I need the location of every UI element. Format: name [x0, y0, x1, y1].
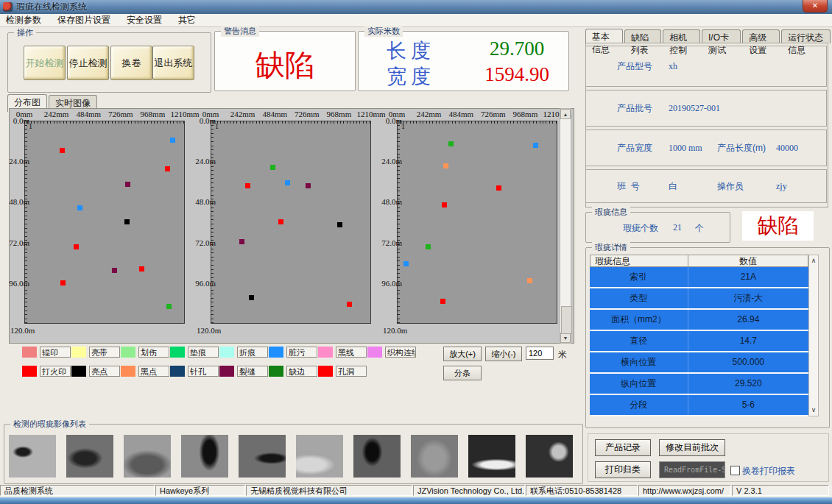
defect-point[interactable]	[124, 219, 130, 224]
defect-point[interactable]	[448, 141, 454, 146]
y-axis-ticks	[211, 121, 214, 324]
zoom-out-button[interactable]: 缩小(-)	[485, 347, 522, 361]
defect-point[interactable]	[527, 278, 532, 283]
table-row[interactable]: 索引21A	[590, 267, 808, 288]
tab-相机控制[interactable]: 相机控制	[663, 29, 700, 43]
legend-label-辊印: 辊印	[40, 347, 71, 358]
defect-thumbnail-6[interactable]	[296, 435, 343, 478]
table-row[interactable]: 类型污渍-大	[590, 288, 808, 310]
defect-point[interactable]	[533, 143, 538, 148]
defect-point[interactable]	[165, 166, 170, 171]
legend-swatch-划伤	[121, 347, 135, 358]
defect-point[interactable]	[285, 180, 290, 185]
tab-高级设置[interactable]: 高级设置	[742, 29, 780, 43]
meter-value-0: 29.700	[473, 38, 561, 60]
defect-point[interactable]	[403, 261, 409, 266]
read-from-file-button[interactable]: ReadFromFile-SIM	[659, 461, 725, 478]
defect-thumbnail-7[interactable]	[353, 435, 401, 478]
defect-thumbnail-8[interactable]	[411, 435, 458, 478]
table-row[interactable]: 横向位置500.000	[590, 352, 808, 374]
defect-point[interactable]	[60, 148, 65, 153]
meters-input[interactable]	[526, 347, 554, 360]
defect-point[interactable]	[112, 268, 117, 273]
defect-thumbnail-2[interactable]	[66, 435, 113, 478]
defect-point[interactable]	[239, 239, 244, 244]
defect-point[interactable]	[166, 304, 172, 309]
meter-value-1: 1594.90	[473, 63, 561, 86]
status-segment-2: 无锡精质视觉科技有限公司	[246, 485, 412, 496]
table-row[interactable]: 分段5-6	[590, 395, 808, 416]
warning-text: 缺陷	[215, 45, 355, 85]
defect-point[interactable]	[306, 183, 311, 188]
info-box-0: 产品型号xh	[585, 46, 827, 87]
menu-item-0[interactable]: 检测参数	[6, 14, 41, 26]
menu-item-2[interactable]: 安全设置	[127, 14, 162, 26]
defect-point[interactable]	[139, 266, 144, 271]
defect-point[interactable]	[347, 302, 352, 307]
defect-thumbnail-4[interactable]	[181, 435, 228, 478]
y-axis-label: 0.0m	[183, 116, 216, 125]
defect-point[interactable]	[125, 182, 130, 187]
defect-point[interactable]	[440, 299, 445, 304]
menu-bar: 检测参数保存图片设置安全设置其它	[0, 14, 832, 27]
legend-label-针孔: 针孔	[188, 366, 219, 377]
op-button-0[interactable]: 开始检测	[24, 46, 66, 80]
legend-swatch-缺边	[269, 366, 283, 377]
table-scrollbar[interactable]: ∧ ∨	[808, 255, 819, 416]
defect-point[interactable]	[443, 163, 448, 168]
defect-point[interactable]	[270, 165, 275, 170]
legend-swatch-垫痕	[170, 347, 185, 358]
defect-point[interactable]	[77, 205, 82, 210]
op-button-3[interactable]: 退出系统	[152, 46, 194, 80]
menu-item-1[interactable]: 保存图片设置	[57, 14, 110, 26]
table-scroll-down-icon[interactable]: ∨	[809, 405, 818, 415]
y-axis-label: 120.0m	[383, 326, 407, 335]
defect-point[interactable]	[278, 219, 283, 224]
tab-基本信息[interactable]: 基本信息	[585, 29, 623, 43]
y-axis-label: 72.0m	[0, 238, 29, 247]
defect-point[interactable]	[245, 183, 250, 188]
print-report-checkbox[interactable]	[730, 466, 740, 475]
defect-point[interactable]	[249, 295, 254, 300]
table-row[interactable]: 纵向位置29.520	[590, 374, 808, 395]
x-axis-label: 726mm	[295, 110, 320, 118]
defect-thumbnail-9[interactable]	[468, 435, 515, 478]
product-record-button[interactable]: 产品记录	[595, 439, 651, 456]
legend-label-黑点: 黑点	[138, 366, 169, 377]
plot-scrollbar[interactable]: ▲▼	[560, 108, 571, 344]
print-class-button[interactable]: 打印归类	[595, 461, 651, 478]
scroll-down-icon[interactable]: ▼	[560, 333, 571, 343]
defect-point[interactable]	[60, 280, 66, 285]
defect-thumbnail-3[interactable]	[124, 435, 171, 478]
plot-panel-3	[397, 121, 557, 324]
defect-point[interactable]	[170, 138, 175, 143]
split-button[interactable]: 分条	[443, 366, 482, 380]
defect-thumbnail-1[interactable]	[9, 435, 56, 478]
op-button-1[interactable]: 停止检测	[67, 46, 109, 80]
close-icon[interactable]: ✕	[803, 0, 828, 13]
scroll-up-icon[interactable]: ▲	[560, 109, 571, 119]
field-value-班 号: 白	[669, 180, 677, 193]
table-row[interactable]: 直径14.7	[590, 331, 808, 352]
modify-batch-button[interactable]: 修改目前批次	[659, 439, 725, 456]
defect-point[interactable]	[442, 202, 447, 207]
defect-point[interactable]	[496, 185, 501, 191]
defect-thumbnail-5[interactable]	[239, 435, 286, 478]
y-axis-label: 96.0m	[0, 279, 29, 288]
status-segment-6: V 2.3.1	[732, 485, 829, 496]
defect-point[interactable]	[426, 244, 431, 249]
menu-item-3[interactable]: 其它	[178, 14, 196, 26]
scrollbar-thumb[interactable]	[561, 306, 572, 334]
defect-point[interactable]	[74, 244, 79, 249]
table-row[interactable]: 面积（mm2）26.94	[590, 310, 808, 331]
op-button-2[interactable]: 换卷	[110, 46, 152, 80]
plot-panel-1	[24, 121, 185, 324]
tab-缺陷列表[interactable]: 缺陷列表	[624, 29, 662, 43]
defect-thumbnail-10[interactable]	[526, 435, 573, 478]
tab-运行状态信息[interactable]: 运行状态信息	[781, 29, 831, 43]
table-scroll-up-icon[interactable]: ∧	[809, 256, 818, 266]
tab-I/O卡测试[interactable]: I/O卡测试	[702, 29, 741, 43]
table-cell-label: 类型	[590, 288, 688, 308]
zoom-in-button[interactable]: 放大(+)	[443, 347, 482, 361]
defect-point[interactable]	[337, 222, 342, 227]
